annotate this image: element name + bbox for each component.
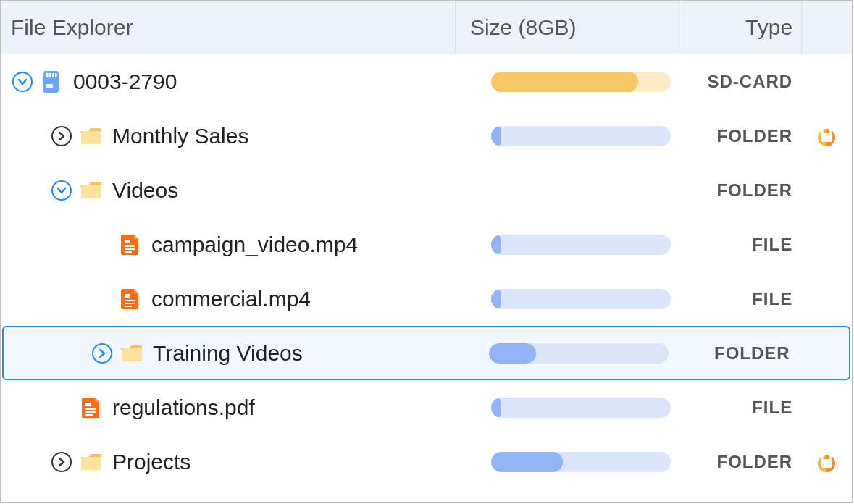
lock-cell: [801, 122, 852, 150]
header-name[interactable]: File Explorer: [1, 15, 455, 40]
name-cell: Training Videos: [4, 327, 453, 379]
lock-icon: [814, 448, 839, 476]
type-label: FILE: [682, 289, 802, 309]
tree-row-commercial[interactable]: commercial.mp4FILE: [1, 272, 852, 326]
size-cell: [455, 289, 682, 309]
size-cell: [455, 235, 682, 255]
header-row: File Explorer Size (8GB) Type: [1, 1, 852, 54]
folder-icon: [79, 450, 104, 474]
folder-icon: [79, 178, 104, 203]
type-label: FOLDER: [682, 180, 801, 201]
item-label: commercial.mp4: [151, 287, 311, 311]
size-cell: [455, 398, 682, 418]
name-cell: Projects: [1, 434, 455, 489]
header-lock: [801, 1, 852, 54]
type-label: SD-CARD: [682, 72, 802, 92]
name-cell: Videos: [1, 163, 455, 217]
size-cell: [455, 126, 682, 146]
size-cell: [453, 343, 680, 364]
tree-row-root[interactable]: 0003-2790SD-CARD: [1, 54, 852, 109]
folder-icon: [120, 341, 144, 366]
collapse-toggle[interactable]: [12, 72, 33, 92]
size-bar: [491, 72, 671, 92]
name-cell: commercial.mp4: [1, 272, 455, 326]
name-cell: Monthly Sales: [1, 109, 455, 163]
size-bar: [491, 398, 671, 418]
expand-toggle[interactable]: [92, 343, 112, 364]
type-label: FILE: [682, 398, 802, 418]
tree-row-regulations[interactable]: regulations.pdfFILE: [1, 380, 852, 434]
size-bar: [491, 126, 671, 146]
item-label: Videos: [112, 178, 178, 203]
file-icon: [118, 232, 143, 257]
size-cell: [455, 452, 682, 472]
tree-row-training[interactable]: Training VideosFOLDER: [2, 326, 850, 380]
header-size[interactable]: Size (8GB): [455, 1, 682, 54]
expand-toggle[interactable]: [51, 452, 72, 472]
size-bar: [491, 452, 671, 472]
tree-row-campaign[interactable]: campaign_video.mp4FILE: [1, 217, 852, 272]
item-label: Monthly Sales: [112, 124, 248, 148]
type-label: FOLDER: [682, 126, 802, 146]
file-icon: [118, 287, 143, 311]
item-label: regulations.pdf: [112, 395, 255, 420]
lock-icon: [814, 122, 839, 150]
item-label: Training Videos: [153, 341, 303, 366]
name-cell: 0003-2790: [1, 54, 455, 109]
type-label: FILE: [682, 235, 802, 255]
sdcard-icon: [40, 70, 64, 94]
lock-cell: [801, 448, 852, 476]
file-icon: [79, 395, 104, 420]
item-label: campaign_video.mp4: [151, 232, 358, 257]
name-cell: regulations.pdf: [1, 380, 455, 434]
collapse-toggle[interactable]: [51, 180, 72, 201]
size-bar: [491, 289, 671, 309]
item-label: Projects: [112, 450, 191, 474]
item-label: 0003-2790: [73, 70, 177, 94]
tree-row-projects[interactable]: ProjectsFOLDER: [1, 434, 852, 489]
tree-row-monthly[interactable]: Monthly SalesFOLDER: [1, 109, 852, 163]
folder-icon: [79, 124, 104, 148]
type-label: FOLDER: [680, 343, 799, 364]
size-bar: [489, 343, 669, 364]
type-label: FOLDER: [682, 452, 802, 472]
size-cell: [455, 72, 682, 92]
tree-row-videos[interactable]: VideosFOLDER: [1, 163, 852, 217]
size-bar: [491, 235, 671, 255]
header-type[interactable]: Type: [682, 1, 801, 54]
name-cell: campaign_video.mp4: [1, 217, 455, 272]
expand-toggle[interactable]: [51, 126, 72, 146]
